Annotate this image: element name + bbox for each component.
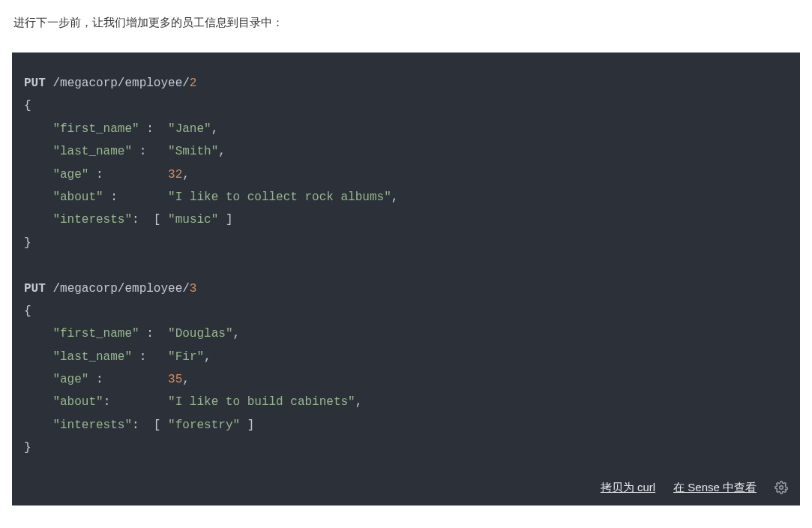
http-method-2: PUT [24,282,46,296]
id-2: 3 [190,282,197,296]
code-block: PUT /megacorp/employee/2 { "first_name" … [12,52,800,473]
svg-point-0 [780,486,784,490]
http-method: PUT [24,76,46,90]
intro-text: 进行下一步前，让我们增加更多的员工信息到目录中： [13,14,800,32]
request-path-2: /megacorp/employee/ [52,282,189,296]
view-in-sense-link[interactable]: 在 Sense 中查看 [673,481,757,495]
code-toolbar: 拷贝为 curl 在 Sense 中查看 [12,473,800,506]
request-path-1: /megacorp/employee/ [52,76,189,90]
id-1: 2 [190,76,197,90]
gear-icon[interactable] [775,481,788,494]
copy-as-curl-link[interactable]: 拷贝为 curl [601,481,655,495]
